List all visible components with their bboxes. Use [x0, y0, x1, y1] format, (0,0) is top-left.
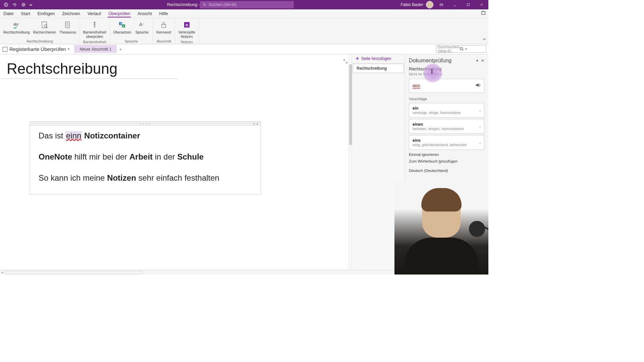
ribbon-research[interactable]: Recherchieren [32, 19, 57, 39]
page-canvas[interactable]: Rechtschreibung • • • • ◂ ▸ Das ist einn… [0, 54, 352, 270]
container-drag-handle[interactable]: • • • • ◂ ▸ [30, 122, 261, 126]
scrollbar-thumb[interactable] [349, 64, 352, 145]
page-item[interactable]: Rechtschreibung [353, 64, 404, 73]
suggestion-item[interactable]: einen beitreten, einigen, harmonisieren … [409, 119, 484, 134]
ribbon-display-button[interactable] [436, 1, 447, 9]
back-button[interactable] [3, 1, 9, 8]
ribbon-accessibility[interactable]: Barrierefreiheit überprüfen [82, 19, 108, 39]
avatar[interactable] [426, 1, 433, 8]
panel-note: Nicht im Wörterbuch [409, 72, 484, 76]
menubar: Datei Start Einfügen Zeichnen Verlauf Üb… [0, 9, 488, 18]
ribbon: abc Rechtschreibung Recherchieren Thesau… [0, 18, 488, 44]
ribbon-group-section: Abschnitt [157, 39, 171, 44]
svg-rect-7 [482, 12, 485, 15]
menu-datei[interactable]: Datei [3, 10, 14, 17]
svg-point-22 [460, 48, 463, 50]
add-section-button[interactable]: + [119, 47, 122, 52]
menu-verlauf[interactable]: Verlauf [87, 10, 102, 17]
menu-zeichnen[interactable]: Zeichnen [61, 10, 80, 17]
plus-icon [356, 57, 359, 60]
menu-hilfe[interactable]: Hilfe [159, 10, 169, 17]
thesaurus-icon [64, 20, 72, 29]
chevron-down-icon[interactable]: ⌄ [479, 141, 481, 144]
text-line-2[interactable]: OneNote hilft mir bei der Arbeit in der … [39, 152, 252, 162]
add-page-button[interactable]: Seite hinzufügen [352, 54, 405, 63]
ribbon-password[interactable]: Kennwort [155, 19, 172, 39]
error-word: einn [413, 83, 420, 88]
ribbon-group-spellcheck: Rechtschreibung [26, 39, 53, 44]
panel-options-button[interactable]: ▾ [476, 58, 478, 63]
scroll-left-button[interactable]: ◂ [0, 271, 4, 274]
titlebar: Rechtschreibung - OneNote Suchen (Alt+M)… [0, 0, 488, 9]
svg-rect-19 [162, 24, 166, 27]
spelling-error[interactable]: einn [65, 131, 82, 140]
search-box[interactable]: Suchen (Alt+M) [200, 1, 294, 8]
search-icon [460, 47, 464, 51]
panel-close-button[interactable]: ✕ [481, 58, 484, 63]
notebook-selector[interactable]: Registerkarte Überprüfen ▾ [3, 46, 73, 52]
text-line-3[interactable]: So kann ich meine Notizen sehr einfach f… [39, 173, 252, 183]
svg-text:✓: ✓ [142, 22, 145, 25]
research-icon [41, 20, 49, 29]
svg-point-12 [94, 22, 95, 23]
undo-button[interactable] [11, 1, 18, 8]
page-search[interactable]: Durchsuchen (Strg+E) ▾ [436, 45, 486, 53]
accessibility-icon [91, 20, 99, 29]
qat-dropdown[interactable] [29, 1, 33, 8]
language-label[interactable]: Deutsch (Deutschland) [409, 169, 484, 173]
ribbon-thesaurus[interactable]: Thesaurus [58, 19, 77, 39]
close-button[interactable] [476, 1, 487, 9]
ribbon-spellcheck[interactable]: abc Rechtschreibung [2, 19, 31, 39]
notebook-name: Registerkarte Überprüfen [9, 46, 66, 52]
chevron-down-icon[interactable]: ⌄ [479, 109, 481, 112]
title-divider [0, 78, 178, 79]
ignore-once-link[interactable]: Einmal ignorieren [409, 151, 484, 158]
horizontal-scrollbar[interactable] [5, 271, 142, 274]
onenote-icon: N [183, 20, 191, 29]
resize-arrows-icon[interactable]: ◂ ▸ [253, 122, 259, 125]
user-name[interactable]: Fabio Basler [401, 2, 423, 7]
maximize-button[interactable] [463, 1, 474, 9]
chevron-down-icon: ▾ [68, 47, 70, 51]
webcam-overlay [394, 181, 488, 275]
page-title[interactable]: Rechtschreibung [0, 54, 352, 78]
microphone-icon [469, 221, 485, 237]
collapse-ribbon[interactable] [482, 37, 486, 43]
text-line-1[interactable]: Das ist einn Notizcontainer [39, 130, 252, 141]
menu-ansicht[interactable]: Ansicht [137, 10, 153, 17]
notebook-icon [3, 47, 7, 52]
spellcheck-icon: abc [12, 20, 20, 29]
search-icon [203, 3, 207, 7]
add-to-dictionary-link[interactable]: Zum Wörterbuch hinzufügen [409, 158, 484, 165]
error-word-box: einn [409, 79, 484, 93]
section-tab[interactable]: Neuer Abschnitt 1 [74, 45, 116, 53]
minimize-button[interactable] [449, 1, 460, 9]
ribbon-language[interactable]: A✓ Sprache [133, 19, 151, 39]
menu-einfuegen[interactable]: Einfügen [37, 10, 55, 17]
svg-point-1 [22, 3, 25, 6]
menu-ueberpruefen[interactable]: Überprüfen [108, 10, 131, 17]
touch-mode-button[interactable] [20, 1, 27, 8]
suggestion-item[interactable]: ein vereinige, einige, harmonisiere ⌄ [409, 103, 484, 118]
svg-text:文: 文 [120, 22, 122, 25]
chevron-down-icon[interactable]: ⌄ [479, 125, 481, 128]
svg-rect-6 [467, 4, 470, 6]
suggestion-item[interactable]: eins einig, gleichbedeutend, befreundet … [409, 135, 484, 150]
svg-text:N: N [185, 23, 188, 27]
vertical-scrollbar[interactable] [348, 54, 352, 270]
speak-button[interactable] [475, 82, 481, 89]
grip-icon: • • • • [140, 122, 151, 125]
search-dropdown[interactable]: ▾ [464, 47, 485, 51]
suggestions-label: Vorschläge [409, 97, 484, 101]
svg-rect-5 [440, 4, 443, 6]
ribbon-translate[interactable]: 文A Übersetzen [112, 19, 133, 39]
share-button[interactable] [481, 11, 486, 16]
ribbon-group-language: Sprache [125, 39, 138, 44]
ribbon-linked-notes[interactable]: N Verknüpfte Notizen [177, 19, 197, 39]
menu-start[interactable]: Start [20, 10, 31, 17]
search-placeholder: Suchen (Alt+M) [209, 2, 236, 7]
svg-point-4 [203, 3, 205, 5]
note-container[interactable]: • • • • ◂ ▸ Das ist einn Notizcontainer … [30, 121, 261, 194]
expand-icon[interactable] [343, 59, 348, 65]
svg-point-3 [24, 4, 24, 5]
